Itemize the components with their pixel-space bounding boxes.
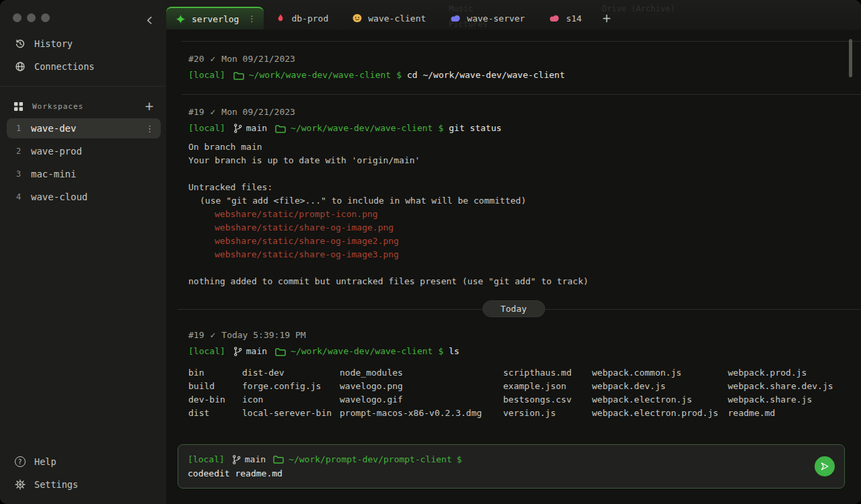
tab-s14[interactable]: s14 bbox=[537, 7, 593, 30]
file-name: dist bbox=[188, 407, 242, 420]
sidebar-item-label: Connections bbox=[34, 61, 94, 72]
workspace-name: wave-dev bbox=[31, 123, 145, 134]
output-line: nothing added to commit but untracked fi… bbox=[188, 275, 861, 288]
file-name: prompt-macos-x86-v0.2.3.dmg bbox=[340, 407, 503, 420]
scrollbar[interactable] bbox=[849, 39, 852, 77]
cwd-segment: ~/work/wave-dev/wave-client bbox=[275, 122, 433, 135]
folder-icon bbox=[275, 124, 286, 133]
file-name: example.json bbox=[503, 380, 592, 393]
tab-label: serverlog bbox=[192, 14, 239, 24]
workspace-name: wave-cloud bbox=[31, 192, 154, 202]
tab-label: db-prod bbox=[291, 13, 328, 24]
maximize-window-button[interactable] bbox=[41, 13, 50, 22]
sparkle-icon bbox=[176, 14, 186, 24]
workspace-name: wave-prod bbox=[31, 146, 154, 157]
file-name: wavelogo.gif bbox=[340, 393, 503, 407]
workspace-item-mac-mini[interactable]: 3 mac-mini bbox=[7, 164, 161, 184]
prompt-dollar: $ bbox=[438, 122, 443, 135]
entry-header: #19✓Mon 09/21/2023 bbox=[188, 106, 861, 119]
app-window: History Connections bbox=[0, 0, 861, 504]
sidebar-item-label: History bbox=[34, 38, 73, 49]
prompt-line: [local] main ~/work/wave-dev/wave-client… bbox=[188, 122, 861, 135]
cwd-path: ~/work/wave-dev/wave-client bbox=[291, 122, 433, 135]
untracked-file: webshare/static/share-og-image3.png bbox=[215, 248, 861, 261]
tab-db-prod[interactable]: db-prod bbox=[264, 7, 340, 30]
entry-header: #19✓Today 5:39:19 PM bbox=[188, 329, 861, 342]
git-branch-icon bbox=[233, 123, 242, 134]
tab-menu-icon[interactable]: ⋮ bbox=[248, 14, 256, 24]
untracked-file: webshare/static/share-og-image2.png bbox=[215, 235, 861, 248]
tab-label: s14 bbox=[566, 13, 581, 24]
command-text: ls bbox=[449, 345, 459, 358]
today-pill[interactable]: Today bbox=[482, 300, 545, 317]
command-output: On branch main Your branch is up to date… bbox=[188, 140, 861, 288]
cwd-segment: ~/work/prompt-dev/prompt-client bbox=[273, 452, 452, 466]
entry-date: Mon 09/21/2023 bbox=[221, 106, 295, 119]
close-window-button[interactable] bbox=[13, 13, 22, 22]
sidebar-item-help[interactable]: Help bbox=[0, 450, 166, 473]
sidebar-divider bbox=[0, 86, 166, 87]
command-input[interactable]: [local] main ~/work/prompt-dev/prompt-cl… bbox=[178, 444, 845, 489]
today-divider: Today bbox=[166, 300, 861, 321]
tab-wave-client[interactable]: wave-client bbox=[340, 7, 438, 30]
git-branch-icon bbox=[233, 346, 242, 357]
workspaces-header: Workspaces + bbox=[0, 95, 166, 117]
input-prompt-line: [local] main ~/work/prompt-dev/prompt-cl… bbox=[188, 452, 835, 466]
command-text: git status bbox=[449, 122, 501, 135]
workspace-item-wave-dev[interactable]: 1 wave-dev ⋮ bbox=[7, 118, 161, 138]
file-name: local-serever-bin bbox=[242, 407, 340, 420]
sidebar-item-history[interactable]: History bbox=[0, 32, 166, 55]
sidebar-item-connections[interactable]: Connections bbox=[0, 55, 166, 78]
workspace-item-wave-prod[interactable]: 2 wave-prod bbox=[7, 141, 161, 161]
cwd-segment: ~/work/wave-dev/wave-client bbox=[275, 345, 433, 358]
add-workspace-button[interactable]: + bbox=[145, 101, 154, 112]
workspace-list: 1 wave-dev ⋮ 2 wave-prod 3 mac-mini 4 wa… bbox=[0, 118, 166, 210]
folder-icon bbox=[233, 71, 244, 80]
traffic-lights bbox=[13, 13, 50, 22]
output-line: On branch main bbox=[188, 140, 861, 154]
sidebar-collapse-button[interactable] bbox=[143, 14, 155, 26]
cwd-path: ~/work/wave-dev/wave-client bbox=[249, 69, 391, 82]
output-line: (use "git add <file>..." to include in w… bbox=[200, 194, 861, 208]
prompt-dollar: $ bbox=[438, 345, 443, 358]
workspace-item-wave-cloud[interactable]: 4 wave-cloud bbox=[7, 187, 161, 207]
flame-icon bbox=[276, 13, 285, 23]
branch-name: main bbox=[246, 122, 267, 135]
workspace-menu-icon[interactable]: ⋮ bbox=[145, 124, 154, 134]
entry-date: Today 5:39:19 PM bbox=[221, 329, 305, 342]
file-name: webpack.share.dev.js bbox=[728, 380, 861, 393]
file-name: webpack.electron.prod.js bbox=[592, 407, 728, 420]
tab-label: wave-client bbox=[368, 13, 426, 24]
output-line: Untracked files: bbox=[188, 181, 861, 194]
git-branch-segment: main bbox=[233, 345, 267, 358]
check-icon: ✓ bbox=[210, 329, 215, 342]
entry-number: #20 bbox=[188, 52, 204, 66]
command-text: cd ~/work/wave-dev/wave-client bbox=[407, 69, 565, 82]
cloud-icon bbox=[549, 14, 560, 23]
check-icon: ✓ bbox=[210, 106, 215, 119]
output-line: Your branch is up to date with 'origin/m… bbox=[188, 154, 861, 167]
sidebar-item-settings[interactable]: Settings bbox=[0, 473, 166, 496]
prompt-dollar: $ bbox=[396, 69, 402, 82]
file-name: webpack.electron.js bbox=[592, 393, 728, 407]
desktop-bleed-label: Drive (Archive) bbox=[602, 4, 675, 13]
untracked-file: webshare/static/prompt-icon.png bbox=[215, 208, 861, 221]
file-name: build bbox=[188, 380, 242, 393]
tab-serverlog[interactable]: serverlog ⋮ bbox=[166, 7, 264, 30]
minimize-window-button[interactable] bbox=[27, 13, 36, 22]
typed-command[interactable]: codeedit readme.md bbox=[188, 466, 835, 480]
workspaces-title: Workspaces bbox=[32, 102, 135, 111]
tab-wave-server[interactable]: wave-server bbox=[438, 7, 537, 30]
sidebar-footer: Help Settings bbox=[0, 450, 166, 496]
smiley-icon bbox=[352, 13, 362, 23]
check-icon: ✓ bbox=[210, 52, 215, 66]
entry-number: #19 bbox=[188, 329, 204, 342]
sidebar-item-label: Help bbox=[34, 456, 57, 467]
remote-badge: [local] bbox=[188, 122, 225, 135]
cwd-path: ~/work/prompt-dev/prompt-client bbox=[289, 452, 452, 466]
terminal-area: #20✓Mon 09/21/2023 [local] ~/work/wave-d… bbox=[166, 30, 861, 504]
untracked-file: webshare/static/share-og-image.png bbox=[215, 221, 861, 235]
run-command-button[interactable] bbox=[815, 456, 835, 476]
workspace-name: mac-mini bbox=[31, 169, 154, 179]
tab-label: wave-server bbox=[467, 13, 525, 24]
